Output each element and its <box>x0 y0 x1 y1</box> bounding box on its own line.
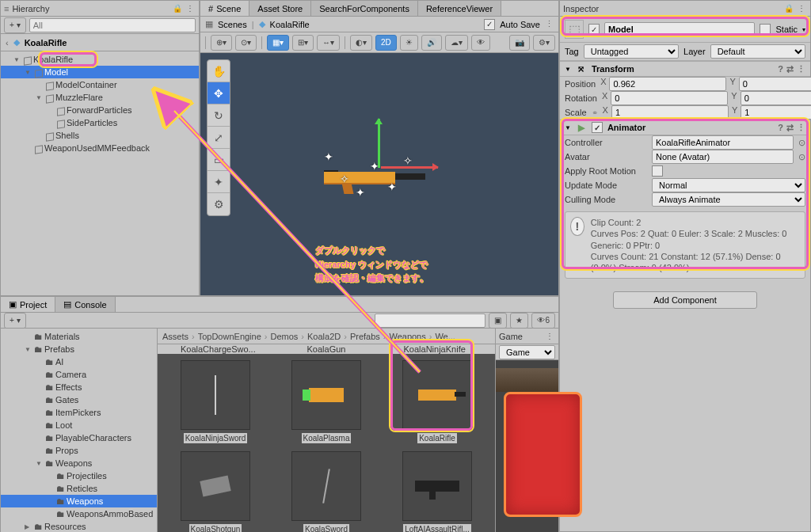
folder-projectiles[interactable]: 🖿Projectiles <box>1 469 157 482</box>
breadcrumb-item[interactable]: Prefabs <box>350 332 380 341</box>
hierarchy-item-modelcontainer[interactable]: ModelContainer <box>1 78 199 91</box>
asset-koalashotgun[interactable]: KoalaShotgun <box>164 451 267 532</box>
toolbar-pivot[interactable]: ⊕▾ <box>211 35 232 51</box>
rotate-tool[interactable]: ↻ <box>208 104 230 127</box>
foldout-icon[interactable]: ▼ <box>565 124 571 131</box>
toolbar-snap[interactable]: ⊞▾ <box>292 35 314 51</box>
hierarchy-item-weaponusedmmfeedback[interactable]: WeaponUsedMMFeedback <box>1 142 199 154</box>
create-dropdown[interactable]: + ▾ <box>4 17 26 33</box>
autosave-checkbox[interactable]: ✓ <box>484 19 495 30</box>
folder-weapons[interactable]: 🖿Weapons <box>1 495 157 507</box>
folder-gates[interactable]: 🖿Gates <box>1 393 157 406</box>
breadcrumb-item[interactable]: Weapons <box>389 332 425 341</box>
toolbar-shading[interactable]: ◐▾ <box>350 35 372 51</box>
hand-tool[interactable]: ✋ <box>208 60 230 82</box>
update-dropdown[interactable]: Normal <box>652 178 805 192</box>
breadcrumb-item[interactable]: TopDownEngine <box>198 332 261 341</box>
folder-prefabs[interactable]: ▼🖿Prefabs <box>1 343 157 355</box>
asset-koalaplasma[interactable]: KoalaPlasma <box>275 360 378 443</box>
scale-x[interactable] <box>611 105 729 120</box>
hierarchy-item-shells[interactable]: Shells <box>1 129 199 142</box>
toolbar-audio[interactable]: 🔊 <box>421 35 442 51</box>
tab-referenceviewer[interactable]: ReferenceViewer <box>418 1 501 16</box>
toolbar-camera[interactable]: 📷 <box>509 35 530 51</box>
scene-viewport[interactable]: ✋ ✥ ↻ ⤢ ▭ ✦ ⚙ ✦ ✦ ✦ ✦ ✧ ✧ ダブルクリックで Hiera… <box>200 53 558 295</box>
hierarchy-search[interactable] <box>29 18 196 32</box>
pos-x[interactable] <box>609 77 726 91</box>
toolbar-light[interactable]: ☀ <box>400 35 418 51</box>
toolbar-inc[interactable]: ↔▾ <box>317 35 340 51</box>
asset-grid[interactable]: KoalaNinjaSwordKoalaPlasmaKoalaRifleKoal… <box>158 354 495 532</box>
folder-weapons[interactable]: ▼🖿Weapons <box>1 457 157 469</box>
hierarchy-item-forwardparticles[interactable]: ForwardParticles <box>1 104 199 116</box>
hierarchy-item-koalarifle[interactable]: ▼KoalaRifle <box>1 53 199 66</box>
folder-loot[interactable]: 🖿Loot <box>1 419 157 431</box>
folder-props[interactable]: 🖿Props <box>1 444 157 457</box>
toolbar-fx[interactable]: ☁▾ <box>445 35 468 51</box>
folder-resources[interactable]: ▶🖿Resources <box>1 520 157 532</box>
asset-koalasword[interactable]: KoalaSword <box>275 451 378 532</box>
hierarchy-item-muzzleflare[interactable]: ▼MuzzleFlare <box>1 91 199 104</box>
lock-icon[interactable]: 🔒 <box>172 3 183 14</box>
menu-icon[interactable]: ⋮ <box>797 123 805 133</box>
transform-tool[interactable]: ✦ <box>208 171 230 193</box>
asset-koalarifle[interactable]: KoalaRifle <box>386 360 489 443</box>
move-gizmo[interactable]: ✦ ✦ ✦ ✦ ✧ ✧ <box>276 119 482 230</box>
tab-project[interactable]: ▣Project <box>1 297 55 312</box>
tab-scene[interactable]: #Scene <box>200 1 249 16</box>
rot-x[interactable] <box>611 91 728 105</box>
folder-itempickers[interactable]: 🖿ItemPickers <box>1 406 157 419</box>
folder-weaponsammobased[interactable]: 🖿WeaponsAmmoBased <box>1 507 157 520</box>
active-checkbox[interactable]: ✓ <box>588 24 600 35</box>
toolbar-grid[interactable]: ▦▾ <box>267 35 289 51</box>
object-picker-icon[interactable]: ⊙ <box>798 152 805 162</box>
menu-icon[interactable]: ⋮ <box>185 3 196 14</box>
toolbar-gizmos[interactable]: ⚙▾ <box>533 35 555 51</box>
gameobject-name[interactable] <box>604 22 755 36</box>
tab-console[interactable]: ▤Console <box>55 297 115 312</box>
static-checkbox[interactable] <box>760 24 771 35</box>
folder-ai[interactable]: 🖿AI <box>1 355 157 368</box>
tab-searchforcomponents[interactable]: SearchForComponents <box>311 1 418 16</box>
asset-koalaninjasword[interactable]: KoalaNinjaSword <box>164 360 267 443</box>
asset-loftaiassaultrifl...[interactable]: LoftAIAssaultRifl... <box>386 451 489 532</box>
game-dropdown[interactable]: Game <box>499 345 555 359</box>
hierarchy-item-model[interactable]: ▼Model <box>1 66 199 78</box>
toolbar-hidden[interactable]: 👁 <box>471 35 490 51</box>
menu-icon[interactable]: ⋮ <box>796 3 807 14</box>
lock-icon[interactable]: 🔒 <box>783 3 794 14</box>
folder-playablecharacters[interactable]: 🖿PlayableCharacters <box>1 431 157 444</box>
toolbar-2d[interactable]: 2D <box>375 35 397 51</box>
toolbar-local[interactable]: ⊙▾ <box>235 35 257 51</box>
breadcrumb-item[interactable]: Koala2D <box>307 332 341 341</box>
custom-tool[interactable]: ⚙ <box>208 193 230 215</box>
scenes-label[interactable]: Scenes <box>218 20 247 29</box>
folder-effects[interactable]: 🖿Effects <box>1 381 157 393</box>
rect-tool[interactable]: ▭ <box>208 149 230 171</box>
arm-checkbox[interactable] <box>652 165 663 177</box>
move-tool[interactable]: ✥ <box>208 82 230 104</box>
animator-enabled[interactable]: ✓ <box>592 122 603 133</box>
preset-icon[interactable]: ⇄ <box>786 64 794 74</box>
layer-dropdown[interactable]: Default <box>710 44 805 59</box>
scale-y[interactable] <box>741 105 811 120</box>
animator-header[interactable]: ▼ ▶ ✓ Animator ?⇄⋮ <box>560 120 810 135</box>
transform-header[interactable]: ▼ ⤧ Transform ?⇄⋮ <box>560 61 810 77</box>
foldout-icon[interactable]: ▼ <box>565 66 571 73</box>
project-create[interactable]: + ▾ <box>4 313 26 329</box>
menu-icon[interactable]: ⋮ <box>797 64 805 74</box>
avatar-field[interactable] <box>652 150 794 164</box>
object-picker-icon[interactable]: ⊙ <box>798 138 805 148</box>
breadcrumb-item[interactable]: Demos <box>270 332 298 341</box>
breadcrumb[interactable]: Assets›TopDownEngine›Demos›Koala2D›Prefa… <box>158 329 495 344</box>
menu-icon[interactable]: ⋮ <box>544 331 555 342</box>
pos-y[interactable] <box>739 77 811 91</box>
culling-dropdown[interactable]: Always Animate <box>652 192 805 207</box>
hidden-icon[interactable]: 👁6 <box>531 313 555 329</box>
folder-tree[interactable]: 🖿Materials▼🖿Prefabs🖿AI🖿Camera🖿Effects🖿Ga… <box>1 329 158 532</box>
back-icon[interactable]: ‹ <box>6 38 9 48</box>
help-icon[interactable]: ? <box>778 64 783 74</box>
prefab-crumb[interactable]: KoalaRifle <box>270 20 310 29</box>
hierarchy-tree[interactable]: ▼KoalaRifle▼ModelModelContainer▼MuzzleFl… <box>1 51 199 295</box>
favorite-icon[interactable]: ★ <box>510 313 528 329</box>
